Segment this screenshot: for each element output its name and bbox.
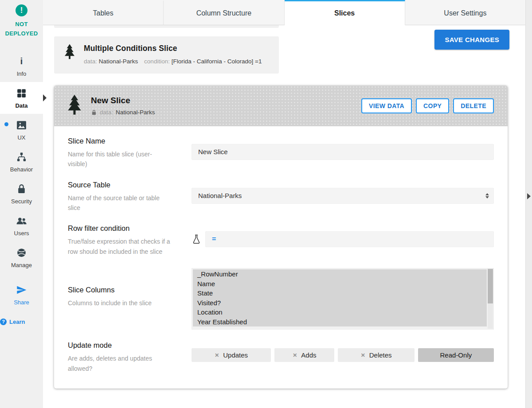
- sphere-icon: [16, 247, 27, 259]
- slice-columns-row: Slice Columns Columns to include in the …: [68, 268, 494, 330]
- slice-actions: VIEW DATA COPY DELETE: [361, 98, 494, 113]
- lock-icon: [91, 109, 97, 116]
- sidebar-item-label: Manage: [11, 262, 32, 268]
- sidebar-item-label: Security: [11, 198, 32, 205]
- data-value: National-Parks: [116, 109, 155, 116]
- row-filter-input[interactable]: [220, 232, 493, 246]
- option-label: Read-Only: [440, 351, 472, 359]
- sidebar-item-info[interactable]: i Info: [0, 50, 43, 82]
- update-mode-option-adds[interactable]: ✕ Adds: [274, 348, 334, 362]
- active-item-arrow: [43, 94, 47, 101]
- slice-columns-help: Columns to include in the slice: [68, 298, 171, 308]
- flask-icon: [192, 234, 201, 245]
- tab-user-settings[interactable]: User Settings: [405, 0, 525, 25]
- sidebar-item-security[interactable]: Security: [0, 178, 43, 210]
- option-label: Deletes: [369, 351, 392, 359]
- view-data-button[interactable]: VIEW DATA: [361, 98, 412, 113]
- image-icon: [16, 119, 27, 131]
- source-table-select[interactable]: National-Parks: [192, 188, 494, 204]
- main-area: Tables Column Structure Slices User Sett…: [43, 0, 525, 408]
- row-filter-help: True/false expression that checks if a r…: [68, 237, 171, 256]
- source-table-selected-value: National-Parks: [198, 192, 242, 199]
- update-mode-option-updates[interactable]: ✕ Updates: [192, 348, 271, 362]
- deploy-status[interactable]: ! NOT DEPLOYED: [5, 4, 38, 39]
- sidebar-item-ux[interactable]: UX: [0, 114, 43, 146]
- paper-plane-icon: [16, 284, 27, 296]
- tab-bar: Tables Column Structure Slices User Sett…: [43, 0, 525, 25]
- sidebar-nav: i Info Data UX: [0, 50, 43, 330]
- slice-name-input[interactable]: [192, 144, 494, 160]
- row-filter-row: Row filter condition True/false expressi…: [68, 224, 494, 256]
- lock-icon: [16, 183, 27, 195]
- select-arrows-icon: [485, 193, 489, 198]
- tree-icon: [66, 94, 83, 118]
- source-table-label: Source Table: [68, 181, 180, 189]
- sidebar-item-users[interactable]: Users: [0, 210, 43, 241]
- source-table-help: Name of the source table or table slice: [68, 193, 171, 213]
- slice-header[interactable]: New Slice data: National-Parks VIEW DATA…: [54, 85, 508, 126]
- info-icon: i: [20, 55, 23, 67]
- data-value: National-Parks: [99, 58, 138, 65]
- notification-dot: [4, 122, 8, 126]
- row-filter-label: Row filter condition: [68, 224, 180, 233]
- delete-button[interactable]: DELETE: [453, 98, 494, 113]
- alert-icon: !: [16, 4, 27, 16]
- data-label: data:: [100, 109, 113, 116]
- tree-icon: [63, 44, 76, 66]
- sidebar-item-label: Data: [15, 102, 27, 109]
- slice-card-expanded: New Slice data: National-Parks VIEW DATA…: [54, 85, 508, 389]
- update-mode-help: Are adds, deletes and updates allowed?: [68, 354, 171, 373]
- sidebar-item-label: Users: [14, 230, 29, 237]
- equals-operator[interactable]: =: [206, 235, 220, 243]
- slice-title: Multiple Conditions Slice: [84, 44, 262, 53]
- sidebar-item-label: UX: [17, 134, 25, 141]
- sidebar-item-label: Behavior: [10, 166, 33, 173]
- right-panel-rail: [525, 0, 532, 408]
- previous-card-edge: [54, 25, 279, 28]
- option-label: Adds: [301, 351, 316, 359]
- slice-title: New Slice: [91, 96, 155, 105]
- column-option[interactable]: State: [193, 288, 487, 298]
- sidebar-item-data[interactable]: Data: [0, 82, 43, 114]
- tab-slices[interactable]: Slices: [285, 0, 405, 25]
- expand-panel-arrow[interactable]: [527, 193, 531, 199]
- slice-name-label: Slice Name: [68, 137, 180, 145]
- column-option[interactable]: Year Established: [193, 317, 487, 327]
- column-option[interactable]: Location: [193, 307, 487, 317]
- tab-tables[interactable]: Tables: [43, 0, 164, 25]
- sidebar-item-manage[interactable]: Manage: [0, 241, 43, 273]
- column-option[interactable]: _RowNumber: [193, 269, 487, 279]
- sidebar-item-share[interactable]: Share: [0, 279, 43, 311]
- content-panel: SAVE CHANGES Multiple Conditions Slice d…: [43, 25, 525, 408]
- slice-card-collapsed[interactable]: Multiple Conditions Slice data: National…: [54, 36, 279, 74]
- help-icon: ?: [0, 319, 7, 325]
- expression-field: =: [205, 231, 494, 247]
- update-mode-option-read-only[interactable]: Read-Only: [418, 348, 494, 362]
- slice-columns-label: Slice Columns: [68, 286, 180, 294]
- copy-button[interactable]: COPY: [416, 98, 449, 113]
- save-changes-button[interactable]: SAVE CHANGES: [434, 30, 509, 50]
- sidebar-item-learn[interactable]: ? Learn: [0, 314, 43, 330]
- slice-meta: data: National-Parks condition: [Florida…: [84, 57, 262, 66]
- grid-icon: [16, 87, 27, 99]
- sidebar-item-label: Info: [17, 70, 27, 77]
- scrollbar-track[interactable]: [488, 269, 493, 329]
- sitemap-icon: [16, 151, 27, 163]
- remove-icon: ✕: [361, 352, 365, 358]
- sidebar-item-label: Share: [14, 299, 29, 306]
- sidebar-item-behavior[interactable]: Behavior: [0, 146, 43, 178]
- update-mode-options: ✕ Updates ✕ Adds ✕ Deletes: [192, 348, 494, 362]
- users-icon: [16, 215, 27, 227]
- update-mode-row: Update mode Are adds, deletes and update…: [68, 341, 494, 373]
- data-label: data:: [84, 58, 97, 65]
- deploy-status-line2: DEPLOYED: [5, 29, 38, 39]
- column-option[interactable]: Name: [193, 279, 487, 289]
- column-option[interactable]: Visited?: [193, 298, 487, 308]
- remove-icon: ✕: [293, 352, 297, 358]
- slice-form: Slice Name Name for this table slice (us…: [54, 126, 508, 389]
- tab-column-structure[interactable]: Column Structure: [164, 0, 284, 25]
- condition-label: condition:: [144, 58, 170, 65]
- scrollbar-thumb[interactable]: [488, 269, 493, 303]
- slice-columns-list: _RowNumber Name State Visited? Location …: [192, 268, 494, 330]
- update-mode-option-deletes[interactable]: ✕ Deletes: [338, 348, 414, 362]
